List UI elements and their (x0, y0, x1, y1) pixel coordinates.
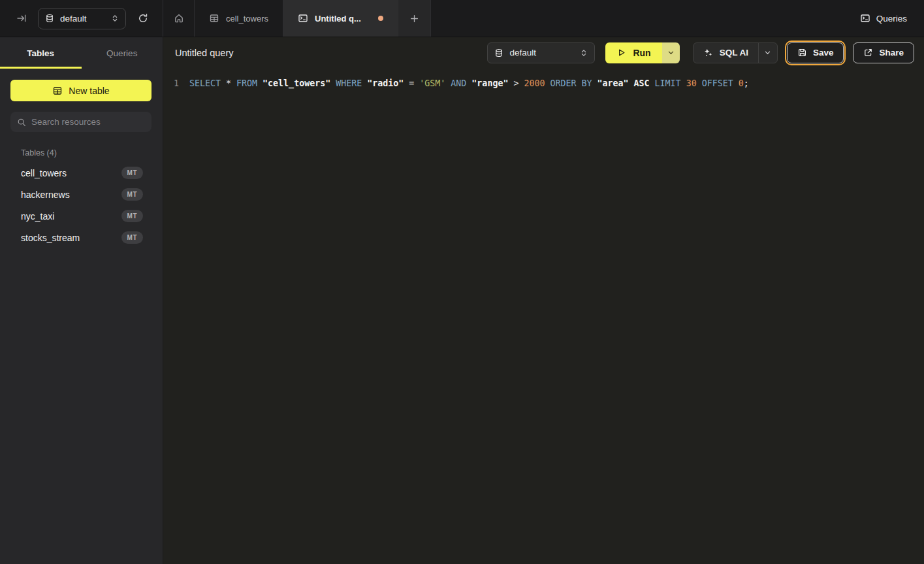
unsaved-changes-dot (378, 16, 383, 21)
top-bar: default (0, 0, 924, 37)
share-icon (863, 48, 873, 58)
table-name: hackernews (21, 190, 70, 200)
table-engine-badge: MT (121, 231, 143, 244)
sidebar-tab-queries[interactable]: Queries (82, 37, 163, 69)
toolbar-actions: default Run (487, 42, 914, 63)
table-engine-badge: MT (121, 210, 143, 222)
console-icon (860, 13, 870, 24)
save-icon (797, 48, 807, 58)
sidebar-tab-tables[interactable]: Tables (0, 37, 82, 69)
sql-token: WHERE (336, 78, 367, 88)
chevron-down-icon (667, 49, 675, 56)
sidebar: Tables Queries New table Tables (4) cell… (0, 37, 163, 564)
run-button-group: Run (605, 42, 679, 63)
chevron-down-icon (764, 49, 771, 56)
sql-token: SELECT (189, 78, 226, 88)
table-icon (209, 13, 219, 24)
topbar-left-section: default (0, 0, 163, 37)
new-tab-button[interactable] (398, 0, 431, 37)
database-icon (45, 14, 54, 23)
active-tab-underline (0, 67, 82, 69)
save-button[interactable]: Save (787, 42, 844, 63)
sql-token: 2000 (524, 78, 550, 88)
sql-token: = (409, 78, 419, 88)
search-box (10, 112, 151, 132)
table-row-nyc-taxi[interactable]: nyc_taxi MT (0, 205, 163, 227)
sql-token: AND (451, 78, 471, 88)
play-icon (616, 48, 626, 58)
search-input[interactable] (31, 117, 147, 127)
sql-token: 'GSM' (419, 78, 451, 88)
sql-ai-button-label: SQL AI (720, 48, 748, 58)
tab-home[interactable] (163, 0, 195, 37)
run-button[interactable]: Run (605, 42, 661, 63)
table-name: nyc_taxi (21, 211, 54, 222)
sql-token: "range" (471, 78, 513, 88)
tab-untitled-query-label: Untitled q... (315, 14, 361, 24)
table-name: stocks_stream (21, 233, 80, 243)
sql-token: FROM (236, 78, 263, 88)
sql-token: "radio" (367, 78, 409, 88)
query-database-label: default (509, 48, 536, 58)
tab-cell-towers[interactable]: cell_towers (195, 0, 283, 37)
table-name: cell_towers (21, 168, 67, 178)
share-button[interactable]: Share (853, 42, 914, 63)
sql-token: "cell_towers" (263, 78, 336, 88)
topbar-database-selector[interactable]: default (38, 8, 126, 29)
refresh-icon (138, 13, 148, 24)
sidebar-tab-tables-label: Tables (27, 48, 54, 58)
sql-code-line: SELECT * FROM "cell_towers" WHERE "radio… (189, 76, 749, 90)
new-table-button-label: New table (69, 86, 109, 96)
new-table-button[interactable]: New table (10, 80, 151, 101)
table-icon (52, 86, 63, 96)
run-button-label: Run (633, 48, 650, 58)
tab-strip: cell_towers Untitled q... (163, 0, 431, 37)
topbar-database-label: default (60, 14, 87, 24)
table-row-hackernews[interactable]: hackernews MT (0, 184, 163, 205)
sql-token: 30 (686, 78, 702, 88)
chevron-updown-icon (580, 49, 588, 57)
collapse-sidebar-icon (16, 13, 27, 24)
table-row-cell-towers[interactable]: cell_towers MT (0, 162, 163, 184)
share-button-label: Share (879, 48, 904, 58)
query-title: Untitled query (175, 48, 233, 58)
sql-ai-button[interactable]: SQL AI (693, 43, 758, 63)
save-button-label: Save (813, 48, 834, 58)
home-icon (174, 13, 184, 24)
chevron-updown-icon (111, 14, 119, 22)
sql-ai-options-button[interactable] (758, 43, 777, 63)
tables-list: cell_towers MT hackernews MT nyc_taxi MT… (0, 162, 163, 248)
main-area: Untitled query default (163, 37, 924, 564)
collapse-sidebar-button[interactable] (16, 13, 27, 24)
queries-button-label: Queries (876, 14, 907, 24)
sidebar-tab-queries-label: Queries (106, 48, 137, 58)
sql-token: OFFSET (702, 78, 739, 88)
tables-section-label: Tables (4) (21, 148, 152, 158)
table-engine-badge: MT (121, 188, 143, 201)
sparkles-icon (703, 48, 713, 58)
sql-token: ORDER BY (550, 78, 597, 88)
sql-token: ; (744, 78, 749, 88)
sql-token: ASC (634, 78, 655, 88)
queries-button[interactable]: Queries (860, 0, 924, 37)
sql-token: 0 (739, 78, 744, 88)
tab-cell-towers-label: cell_towers (226, 14, 268, 24)
plus-icon (409, 14, 419, 24)
query-toolbar: Untitled query default (163, 37, 924, 68)
refresh-button[interactable] (138, 13, 148, 24)
run-options-button[interactable] (662, 42, 680, 63)
line-number: 1 (163, 76, 179, 90)
sql-token: LIMIT (655, 78, 686, 88)
sql-token: "area" (597, 78, 634, 88)
tab-untitled-query[interactable]: Untitled q... (283, 0, 398, 37)
query-database-selector[interactable]: default (487, 42, 595, 63)
console-icon (298, 13, 308, 24)
sql-editor[interactable]: 1 SELECT * FROM "cell_towers" WHERE "rad… (163, 68, 924, 90)
sql-ai-button-group: SQL AI (693, 42, 778, 63)
sidebar-tabs: Tables Queries (0, 37, 163, 69)
sql-token: > (513, 78, 524, 88)
sql-token: * (226, 78, 236, 88)
search-icon (17, 118, 26, 127)
table-row-stocks-stream[interactable]: stocks_stream MT (0, 227, 163, 248)
table-engine-badge: MT (121, 167, 143, 179)
